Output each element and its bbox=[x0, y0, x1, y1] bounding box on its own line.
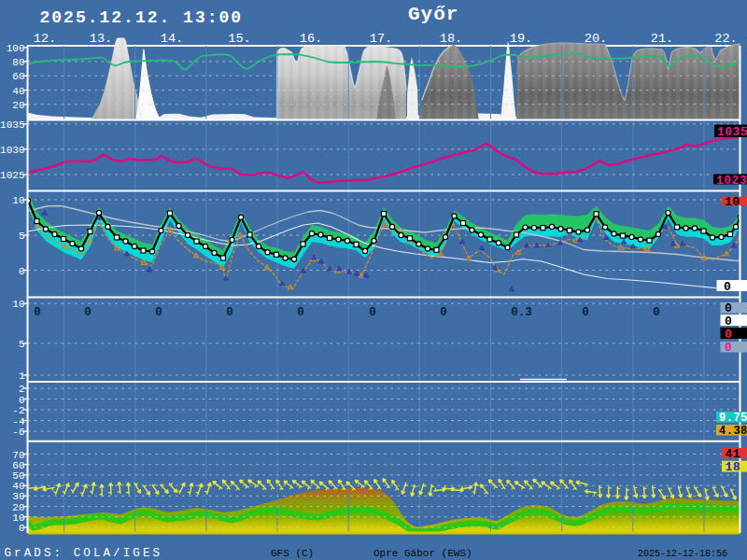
svg-text:10: 10 bbox=[12, 299, 24, 310]
svg-text:15.: 15. bbox=[228, 32, 250, 46]
svg-text:10: 10 bbox=[12, 195, 24, 206]
svg-text:0: 0 bbox=[724, 280, 731, 294]
svg-text:2025-12-12-18:56: 2025-12-12-18:56 bbox=[638, 549, 727, 559]
svg-text:22.: 22. bbox=[714, 32, 737, 46]
svg-text:0: 0 bbox=[84, 306, 92, 319]
svg-text:0: 0 bbox=[19, 395, 25, 406]
svg-text:1035: 1035 bbox=[717, 125, 747, 139]
svg-text:1: 1 bbox=[19, 371, 25, 382]
svg-text:14.: 14. bbox=[161, 32, 183, 46]
svg-text:1030: 1030 bbox=[0, 145, 24, 156]
svg-text:0: 0 bbox=[440, 306, 447, 319]
svg-text:1023: 1023 bbox=[716, 174, 747, 188]
svg-text:5: 5 bbox=[19, 339, 25, 350]
svg-text:Opre Gábor (EWS): Opre Gábor (EWS) bbox=[374, 548, 472, 559]
svg-text:0: 0 bbox=[369, 306, 376, 319]
svg-text:40: 40 bbox=[12, 481, 24, 492]
svg-text:0: 0 bbox=[725, 328, 732, 342]
svg-text:21.: 21. bbox=[651, 32, 673, 46]
svg-text:0: 0 bbox=[582, 306, 589, 319]
svg-text:100: 100 bbox=[7, 43, 25, 54]
svg-text:10: 10 bbox=[12, 512, 24, 524]
svg-text:Győr: Győr bbox=[408, 4, 458, 25]
svg-text:0: 0 bbox=[19, 266, 25, 277]
svg-text:5: 5 bbox=[19, 231, 25, 242]
svg-text:0: 0 bbox=[34, 306, 41, 319]
svg-text:30: 30 bbox=[12, 491, 24, 502]
svg-text:41: 41 bbox=[726, 447, 741, 461]
svg-text:20.: 20. bbox=[585, 32, 607, 46]
svg-text:GFS (C): GFS (C) bbox=[271, 548, 314, 559]
svg-text:-4: -4 bbox=[12, 416, 25, 427]
svg-text:12.: 12. bbox=[34, 32, 56, 46]
svg-text:70: 70 bbox=[12, 450, 24, 461]
svg-text:0: 0 bbox=[19, 523, 25, 534]
svg-text:17.: 17. bbox=[370, 32, 392, 46]
svg-text:0: 0 bbox=[155, 306, 162, 319]
svg-text:1025: 1025 bbox=[0, 170, 24, 181]
svg-text:9.75: 9.75 bbox=[719, 412, 747, 425]
svg-text:2025.12.12. 13:00: 2025.12.12. 13:00 bbox=[40, 8, 244, 27]
svg-text:0: 0 bbox=[226, 306, 233, 319]
svg-text:-6: -6 bbox=[12, 427, 24, 438]
svg-text:80: 80 bbox=[12, 57, 24, 68]
svg-text:GrADS: COLA/IGES: GrADS: COLA/IGES bbox=[5, 547, 163, 560]
svg-text:20: 20 bbox=[12, 502, 24, 513]
svg-text:18: 18 bbox=[726, 460, 741, 474]
svg-text:20: 20 bbox=[12, 100, 24, 111]
svg-text:60: 60 bbox=[12, 71, 24, 82]
svg-text:1035: 1035 bbox=[0, 119, 24, 131]
svg-text:10: 10 bbox=[725, 195, 740, 209]
svg-text:0.3: 0.3 bbox=[511, 306, 532, 319]
svg-text:4.38: 4.38 bbox=[719, 425, 747, 438]
svg-text:13.: 13. bbox=[90, 32, 112, 46]
svg-text:-2: -2 bbox=[12, 405, 24, 416]
svg-text:2: 2 bbox=[19, 384, 25, 395]
svg-text:50: 50 bbox=[12, 470, 24, 482]
svg-text:0: 0 bbox=[297, 306, 304, 319]
svg-text:60: 60 bbox=[12, 460, 24, 471]
svg-text:18.: 18. bbox=[440, 32, 462, 46]
svg-text:40: 40 bbox=[12, 86, 24, 97]
svg-text:19.: 19. bbox=[510, 32, 532, 46]
svg-text:0: 0 bbox=[725, 315, 732, 329]
svg-text:16.: 16. bbox=[300, 32, 322, 46]
svg-text:0: 0 bbox=[725, 341, 732, 355]
svg-text:0: 0 bbox=[653, 306, 660, 319]
